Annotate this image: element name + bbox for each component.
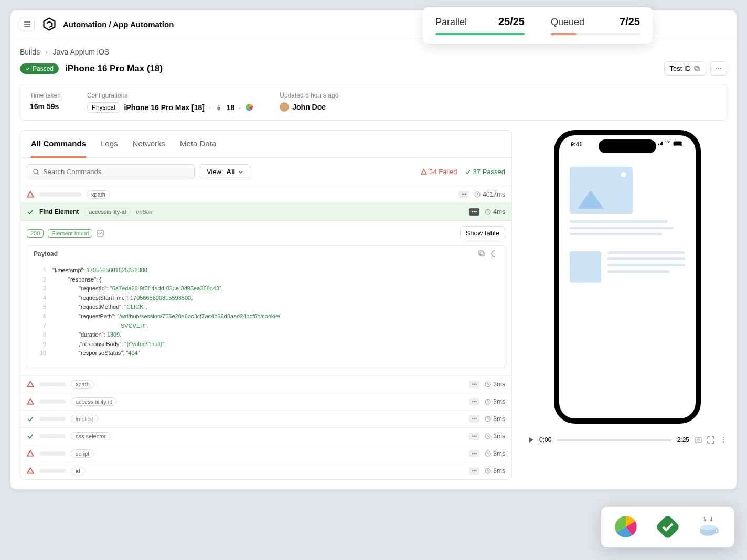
svg-rect-19 [674,142,681,145]
fail-icon [27,381,34,388]
config-label: Configurations [87,92,253,99]
row-menu[interactable]: ••• [469,208,479,216]
svg-rect-11 [479,251,483,255]
stats-overlay: Parallel 25/25 Queued 7/25 [423,7,653,44]
tab-metadata[interactable]: Meta Data [180,131,216,157]
fail-icon [27,450,34,457]
avatar [280,102,289,112]
more-vert-icon[interactable] [720,436,727,444]
queued-value: 7/25 [620,16,640,28]
svg-point-3 [718,68,719,69]
phone-time: 9:41 [571,141,582,147]
row-menu[interactable]: ••• [469,467,479,475]
parallel-value: 25/25 [498,16,525,28]
info-panel: Time taken 16m 59s Configurations Physic… [20,84,727,121]
status-text: Element found [48,229,92,238]
command-row[interactable]: xpath ••• 3ms [20,375,511,393]
physical-chip: Physical [87,102,120,113]
failed-count: 54 Failed [421,168,457,176]
user-name: John Doe [292,103,326,111]
apple-icon [215,104,222,111]
copy-icon [694,66,700,72]
row-menu[interactable]: ••• [458,191,469,198]
updated-label: Updated 6 hours ago [280,92,338,99]
fail-icon [27,467,34,475]
command-row[interactable]: script ••• 3ms [20,445,511,462]
time-label: Time taken [30,92,61,99]
phone-signal [658,141,684,147]
search-icon [33,168,40,176]
device-name: iPhone 16 Pro Max [18] [124,103,205,112]
svg-point-21 [697,439,700,441]
svg-point-24 [723,441,724,443]
svg-rect-1 [695,66,698,70]
svg-point-22 [723,437,724,438]
command-name: Find Element [39,208,79,216]
row-menu[interactable]: ••• [469,415,479,423]
time-value: 16m 59s [30,102,61,111]
clock-icon [474,191,481,198]
pass-icon [27,208,34,216]
camera-icon[interactable] [695,436,702,444]
command-row[interactable]: css selector ••• 3ms [20,427,511,445]
chevron-right-icon: › [45,48,48,56]
queued-label: Queued [551,17,584,28]
dots-icon [715,65,722,72]
breadcrumb-root[interactable]: Builds [20,48,40,56]
page-title: iPhone 16 Pro Max (18) [65,63,163,74]
status-badge: Passed [20,63,59,74]
tab-logs[interactable]: Logs [101,131,118,157]
passed-count: 37 Passed [465,168,505,176]
pass-icon [27,433,34,440]
play-icon[interactable] [528,437,534,443]
svg-point-6 [34,169,38,174]
framework-icon [245,103,253,112]
breadcrumb-current: Java Appium iOS [53,48,109,56]
svg-point-2 [716,68,717,69]
top-breadcrumb: Automation / App Automation [63,20,174,29]
search-input[interactable] [27,164,195,179]
svg-rect-10 [480,252,484,256]
command-row-expanded[interactable]: Find Element accessibility-id urlBox •••… [20,203,511,220]
command-row[interactable]: id ••• 3ms [20,462,511,479]
fullscreen-icon[interactable] [707,436,714,444]
chevron-down-icon [238,169,243,175]
svg-point-23 [723,439,724,440]
command-row[interactable]: xpath ••• 4017ms [20,186,511,203]
view-dropdown[interactable]: View: All [200,164,250,179]
payload-code: 1"timestamp": 1705665601625252000, 2"res… [27,262,505,369]
parallel-label: Parallel [435,17,467,28]
tab-networks[interactable]: Networks [133,131,166,157]
show-table-button[interactable]: Show table [460,226,505,240]
svg-rect-0 [696,67,699,71]
payload-label: Payload [34,250,58,257]
os-version: 18 [227,103,235,112]
row-menu[interactable]: ••• [469,450,479,457]
menu-button[interactable] [20,17,35,31]
theme-icon[interactable] [491,250,498,257]
playback-total: 2:25 [677,436,689,444]
svg-point-4 [720,68,721,69]
row-menu[interactable]: ••• [469,433,479,440]
command-row[interactable]: implicit ••• 3ms [20,410,511,427]
brand-logo [42,17,57,31]
device-preview: 9:41 [554,130,701,424]
playback-bar[interactable]: 0:00 2:25 [528,434,727,446]
row-menu[interactable]: ••• [469,381,479,388]
tab-all-commands[interactable]: All Commands [31,131,86,158]
pass-icon [27,415,34,423]
command-row[interactable]: accessibility id ••• 3ms [20,393,511,410]
row-menu[interactable]: ••• [469,398,479,405]
more-button[interactable] [710,61,727,76]
fail-icon [27,398,34,405]
svg-rect-20 [695,438,701,443]
copy-icon[interactable] [478,250,486,257]
status-code: 200 [27,229,44,238]
test-id-button[interactable]: Test ID [664,61,706,76]
image-icon[interactable] [97,230,104,237]
fail-icon [27,191,34,198]
playback-current: 0:00 [539,436,551,444]
